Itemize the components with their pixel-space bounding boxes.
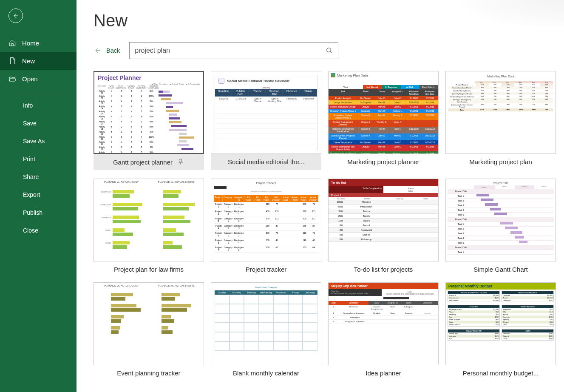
template-thumbnail: PLANNED vs. ACTUAL COST DISCOVERY I [94,179,204,261]
template-label: To-do list for projects [354,266,413,273]
template-project-plan-law-firms[interactable]: PLANNED vs. ACTUAL COST DISCOVERY I [94,179,204,274]
main-area: New Back Project Planner ■ Plan Duration… [77,0,564,392]
home-icon [9,39,16,47]
template-label: Gantt project planner [113,159,173,166]
template-social-media-editorial[interactable]: Social Media Editorial Theme Calendar Ja… [211,71,321,170]
sidebar-item-home[interactable]: Home [0,34,77,52]
back-link-label: Back [106,47,120,54]
template-todo-list-projects[interactable]: To-do list To Be Completed byNameDate Pr… [328,179,439,274]
page-icon [9,57,16,65]
template-thumbnail: Social Media Editorial Theme Calendar Ja… [211,71,321,154]
search-row: Back [94,42,547,59]
menu-publish[interactable]: Publish [0,204,77,222]
sidebar-divider [11,92,68,92]
sidebar-label-new: New [22,57,35,65]
menu-export[interactable]: Export [0,186,77,204]
template-gantt-project-planner[interactable]: Project Planner ■ Plan Duration ■ Actual… [94,71,204,170]
template-thumbnail: Project Title Week 1Week 2Week 3Week 4 P… [445,179,556,261]
template-label: Marketing project plan [469,158,532,165]
template-marketing-project-plan[interactable]: Marketing Plan Data JanFebMarAprMayJun P… [445,71,556,170]
template-label: Idea planner [366,369,401,377]
template-grid: Project Planner ■ Plan Duration ■ Actual… [94,71,547,378]
folder-open-icon [9,75,16,82]
template-thumbnail: Personal Monthly Budget PROJECTED MONTHL… [445,282,556,365]
template-thumbnail: To-do list To Be Completed byNameDate Pr… [328,179,439,261]
template-label: Event planning tracker [117,369,180,377]
pin-icon[interactable] [177,158,184,166]
search-icon [326,47,333,54]
template-label: Simple Gantt Chart [473,266,528,273]
template-idea-planner[interactable]: Step by Step Idea Planner Objective:An i… [328,282,439,378]
template-search-input[interactable] [130,43,321,59]
arrow-left-icon [94,48,102,54]
template-blank-monthly-calendar[interactable]: Month Year Calendar SundayMondayTuesdayW… [211,282,321,378]
menu-close[interactable]: Close [0,222,77,239]
template-thumbnail: PLANNED vs. ACTUAL COST PLANNED vs. ACTU… [94,282,204,365]
template-personal-monthly-budget[interactable]: Personal Monthly Budget PROJECTED MONTHL… [445,282,556,378]
template-marketing-project-planner[interactable]: Marketing Plan Data Task Not Started In … [328,71,439,170]
search-button[interactable] [321,47,338,54]
menu-share[interactable]: Share [0,168,77,186]
template-label: Social media editorial the... [228,158,304,165]
template-label: Personal monthly budget... [463,369,538,377]
template-label: Blank monthly calendar [233,369,299,377]
template-simple-gantt-chart[interactable]: Project Title Week 1Week 2Week 3Week 4 P… [445,179,556,274]
template-thumbnail: Marketing Plan Data JanFebMarAprMayJun P… [445,71,556,154]
template-search-box [129,42,338,59]
sidebar-label-open: Open [22,75,38,82]
menu-save-as[interactable]: Save As [0,132,77,150]
template-thumbnail: Marketing Plan Data Task Not Started In … [328,71,439,154]
menu-save[interactable]: Save [0,114,77,132]
svg-point-0 [327,48,331,52]
sidebar-item-open[interactable]: Open [0,70,77,88]
template-thumbnail: Project Tracker A simple project tracker… [211,179,321,261]
arrow-left-icon [12,12,20,20]
template-thumbnail: Project Planner ■ Plan Duration ■ Actual… [94,71,204,154]
template-label: Project plan for law firms [114,266,184,273]
backstage-sidebar: Home New Open Info Save Save As Print Sh… [0,0,77,392]
back-link[interactable]: Back [94,47,120,54]
thumb-title: Project Planner [94,72,203,82]
page-title: New [94,11,547,30]
template-label: Marketing project planner [347,158,419,165]
template-thumbnail: Step by Step Idea Planner Objective:An i… [328,282,439,365]
sidebar-item-new[interactable]: New [0,52,77,70]
menu-info[interactable]: Info [0,97,77,114]
template-event-planning-tracker[interactable]: PLANNED vs. ACTUAL COST PLANNED vs. ACTU… [94,282,204,378]
sidebar-label-home: Home [22,40,39,47]
template-project-tracker[interactable]: Project Tracker A simple project tracker… [211,179,321,274]
thumb-legend: ■ Plan Duration ■ Actual Start ■ %Comple… [94,82,203,83]
template-thumbnail: Month Year Calendar SundayMondayTuesdayW… [211,282,321,365]
back-circle-button[interactable] [9,9,23,23]
template-label: Project tracker [246,266,287,273]
menu-print[interactable]: Print [0,150,77,168]
